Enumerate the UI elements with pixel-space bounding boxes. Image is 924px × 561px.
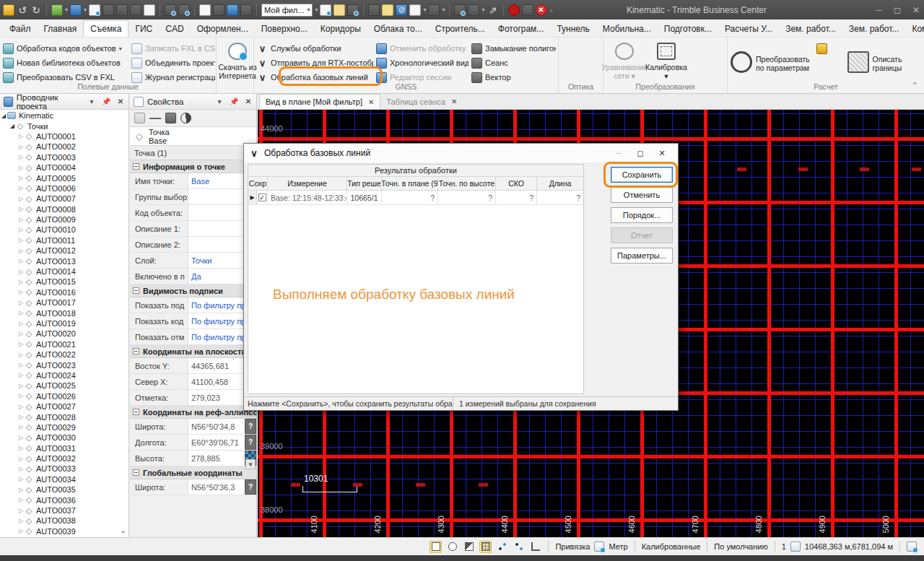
property-value[interactable]: По фильтру пр: [191, 317, 245, 326]
coordinate-page-icon[interactable]: [790, 542, 801, 552]
expander-icon[interactable]: ▷: [17, 435, 25, 441]
menu-tab[interactable]: Мобильна...: [596, 20, 658, 37]
dialog-button[interactable]: Отменить: [611, 187, 673, 203]
property-row[interactable]: Отметка: 279,023: [130, 390, 256, 406]
profile-label[interactable]: По умолчанию: [714, 542, 767, 551]
3d-view-icon[interactable]: [213, 4, 225, 16]
tree-point-node[interactable]: ▷ ◇ AUTO0006: [0, 183, 128, 193]
print-dropdown-icon[interactable]: ▾: [442, 6, 445, 13]
close-tab-icon[interactable]: ✕: [368, 98, 374, 106]
expander-icon[interactable]: ▷: [17, 331, 25, 337]
globe-add-icon[interactable]: [180, 113, 191, 123]
panel-menu-icon[interactable]: ▾: [87, 97, 96, 105]
tree-folder-points[interactable]: ◢ ◇ Точки: [0, 121, 128, 131]
coordinate-system-label[interactable]: Калиброванные: [642, 542, 701, 551]
table-column-header[interactable]: Точн. по высоте: [438, 177, 496, 190]
collapse-section-icon[interactable]: −: [133, 409, 139, 415]
property-row[interactable]: Имя точки: Base: [130, 173, 256, 189]
collapse-section-icon[interactable]: −: [133, 348, 139, 355]
record-icon[interactable]: [508, 4, 520, 16]
tree-point-node[interactable]: ▷ ◇ AUTO0007: [0, 193, 128, 204]
scroll-down-icon[interactable]: ⌄: [121, 526, 126, 534]
expander-icon[interactable]: ▷: [17, 518, 25, 524]
task-list-icon[interactable]: [409, 4, 421, 16]
table-column-header[interactable]: Точн. в плане (9: [382, 177, 438, 190]
print-icon[interactable]: [428, 4, 440, 16]
open-project-icon[interactable]: [103, 4, 114, 16]
no-edit-icon[interactable]: ⊘: [396, 4, 407, 16]
project-settings-gear-icon[interactable]: [130, 4, 141, 16]
expander-icon[interactable]: ▷: [17, 227, 25, 233]
table-column-header[interactable]: Тип реше: [347, 177, 382, 190]
adjust-network-button[interactable]: Уравнивание сети ▾: [603, 41, 645, 85]
expander-icon[interactable]: ▷: [17, 497, 25, 503]
tree-point-node[interactable]: ▷ ◇ AUTO0022: [0, 349, 128, 360]
measure-vector-icon[interactable]: ⇗: [487, 4, 499, 16]
expander-icon[interactable]: ▷: [17, 424, 25, 430]
dialog-title-bar[interactable]: ∨ Обработка базовых линий ─ ◻ ✕: [244, 144, 678, 162]
ribbon-button[interactable]: Объединить проекты: [128, 56, 215, 70]
menu-tab[interactable]: Коридоры: [314, 20, 367, 37]
optical-icon-2[interactable]: [575, 43, 586, 54]
export-icon[interactable]: [70, 4, 82, 16]
dialog-button[interactable]: Порядок...: [611, 207, 673, 223]
menu-tab[interactable]: Строитель...: [429, 20, 492, 37]
unit-label[interactable]: Метр: [609, 542, 627, 551]
expander-icon[interactable]: ▷: [17, 487, 25, 493]
section-header-global-coordinates[interactable]: − Глобальные координаты: [130, 466, 256, 479]
pin-icon[interactable]: 📌: [230, 97, 238, 105]
tree-point-node[interactable]: ▷ ◇ AUTO0035: [0, 484, 128, 495]
collapse-section-icon[interactable]: −: [133, 163, 139, 170]
tree-point-node[interactable]: ▷ ◇ AUTO0019: [0, 318, 128, 329]
undo-view-icon[interactable]: [165, 4, 176, 16]
save-project-icon[interactable]: [116, 4, 128, 16]
menu-tab[interactable]: Главная: [38, 20, 84, 37]
import-icon[interactable]: [51, 4, 63, 16]
expander-icon[interactable]: ▷: [17, 279, 25, 285]
property-row[interactable]: Код объекта:: [130, 205, 256, 221]
expander-icon[interactable]: ◢: [0, 113, 7, 119]
view-tab[interactable]: Вид в плане [Мой фильтр] ✕: [259, 94, 380, 109]
expander-icon[interactable]: ▷: [17, 456, 25, 462]
expander-icon[interactable]: ▷: [17, 217, 25, 223]
help-icon[interactable]: [245, 479, 256, 495]
tree-point-node[interactable]: ▷ ◇ AUTO0033: [0, 464, 128, 474]
tree-point-node[interactable]: ▷ ◇ AUTO0017: [0, 297, 128, 308]
dialog-minimize-button[interactable]: ─: [608, 149, 629, 157]
table-column-header[interactable]: Измерение: [268, 177, 347, 190]
properties-filter-icon[interactable]: [134, 113, 145, 123]
expander-icon[interactable]: ▷: [17, 196, 25, 202]
menu-tab[interactable]: Подготовк...: [658, 20, 718, 37]
tree-point-node[interactable]: ▷ ◇ AUTO0027: [0, 401, 128, 412]
options-icon[interactable]: [144, 4, 155, 16]
layers-manager-icon[interactable]: [368, 4, 380, 16]
tree-point-node[interactable]: ▷ ◇ AUTO0030: [0, 432, 128, 443]
tree-point-node[interactable]: ▷ ◇ AUTO0008: [0, 204, 128, 214]
tree-root-node[interactable]: ◢ Kinematic: [0, 110, 128, 121]
tree-point-node[interactable]: ▷ ◇ AUTO0025: [0, 380, 128, 391]
undo-icon[interactable]: ↺: [17, 4, 28, 16]
tree-point-node[interactable]: ▷ ◇ AUTO0034: [0, 474, 128, 484]
property-row[interactable]: Долгота: E60°39'06,71: [130, 435, 256, 451]
selection-header[interactable]: Точка (1): [130, 146, 256, 160]
expander-icon[interactable]: ▷: [17, 185, 25, 191]
expander-icon[interactable]: ◢: [9, 123, 16, 129]
grid-toggle-icon[interactable]: [479, 541, 492, 553]
lasso-mode-icon[interactable]: [446, 541, 458, 553]
expander-icon[interactable]: ▷: [17, 414, 25, 420]
menu-tab[interactable]: Поверхно...: [255, 20, 314, 37]
dialog-close-button[interactable]: ✕: [651, 149, 673, 158]
status-list-icon[interactable]: [907, 542, 917, 552]
compute-small-icon-2[interactable]: [829, 43, 840, 54]
station-view-icon[interactable]: [227, 4, 238, 16]
redo-icon[interactable]: ↻: [30, 4, 42, 16]
menu-tab[interactable]: Зем. работ...: [779, 20, 842, 37]
tree-point-node[interactable]: ▷ ◇ AUTO0015: [0, 277, 128, 287]
compute-small-icon-6[interactable]: [829, 71, 840, 82]
tree-point-node[interactable]: ▷ ◇ AUTO0020: [0, 329, 128, 339]
optical-icon-4[interactable]: [575, 57, 586, 68]
tree-point-node[interactable]: ▷ ◇ AUTO0032: [0, 453, 128, 464]
tree-point-node[interactable]: ▷ ◇ AUTO0036: [0, 495, 128, 505]
close-button[interactable]: ✕: [912, 5, 920, 15]
property-value[interactable]: Base: [191, 177, 209, 186]
